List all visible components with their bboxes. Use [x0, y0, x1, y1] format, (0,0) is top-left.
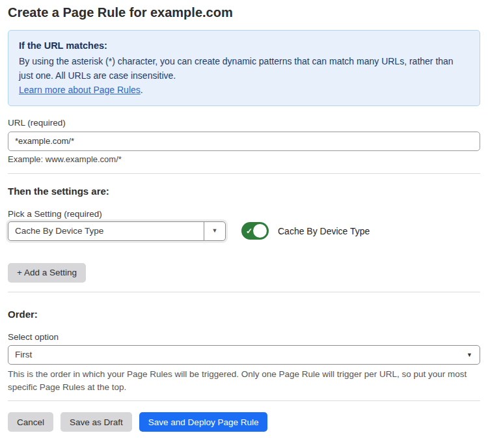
order-select-value: First: [15, 350, 32, 359]
divider: [8, 173, 480, 174]
order-helper-text: This is the order in which your Page Rul…: [8, 368, 475, 395]
url-field-label: URL (required): [8, 118, 480, 128]
url-helper-text: Example: www.example.com/*: [8, 154, 480, 164]
url-match-info-box: If the URL matches: By using the asteris…: [8, 30, 480, 106]
order-section-heading: Order:: [8, 308, 480, 320]
order-select-label: Select option: [8, 332, 480, 342]
url-input[interactable]: [8, 132, 480, 151]
learn-more-link[interactable]: Learn more about Page Rules: [19, 85, 141, 95]
settings-section-heading: Then the settings are:: [8, 185, 480, 197]
toggle-knob: [253, 224, 267, 238]
divider: [8, 400, 480, 401]
setting-dropdown-value: Cache By Device Type: [8, 222, 204, 240]
footer-actions: Cancel Save as Draft Save and Deploy Pag…: [8, 412, 480, 432]
divider: [8, 292, 480, 292]
info-box-heading: If the URL matches:: [19, 38, 469, 53]
info-box-body-text: By using the asterisk (*) character, you…: [19, 56, 454, 81]
chevron-down-icon: ▼: [467, 352, 472, 357]
setting-row: Cache By Device Type ▼ ✓ Cache By Device…: [8, 221, 480, 241]
save-as-draft-button[interactable]: Save as Draft: [61, 412, 132, 432]
setting-dropdown-arrow-button[interactable]: ▼: [204, 222, 225, 240]
chevron-down-icon: ▼: [212, 228, 218, 234]
add-setting-button[interactable]: + Add a Setting: [8, 263, 86, 283]
page-title: Create a Page Rule for example.com: [8, 5, 480, 20]
info-box-body: By using the asterisk (*) character, you…: [19, 55, 469, 97]
page-rule-form: Create a Page Rule for example.com If th…: [0, 0, 488, 448]
order-select[interactable]: First ▼: [8, 345, 480, 365]
setting-dropdown[interactable]: Cache By Device Type ▼: [8, 221, 226, 241]
link-suffix: .: [141, 85, 143, 95]
setting-toggle-label: Cache By Device Type: [278, 226, 370, 236]
setting-picker-label: Pick a Setting (required): [8, 209, 480, 219]
check-icon: ✓: [246, 227, 252, 234]
setting-toggle[interactable]: ✓: [241, 222, 269, 240]
cancel-button[interactable]: Cancel: [8, 412, 53, 432]
save-and-deploy-button[interactable]: Save and Deploy Page Rule: [139, 412, 268, 432]
